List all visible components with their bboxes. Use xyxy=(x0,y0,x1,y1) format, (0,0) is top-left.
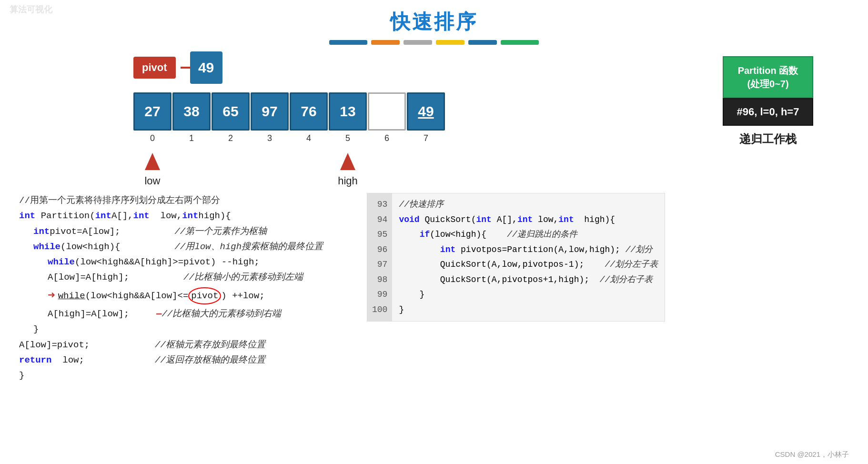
pivot-label: pivot xyxy=(133,57,176,79)
rcode-96: int pivotpos=Partition(A,low,high); //划分 xyxy=(399,242,658,258)
rcode-95: if(low<high){ //递归跳出的条件 xyxy=(399,227,658,242)
rcode-100: } xyxy=(399,303,658,318)
low-label: low xyxy=(144,175,160,187)
stack-green-line1: Partition 函数 xyxy=(738,65,798,76)
color-seg-5 xyxy=(468,40,497,45)
pivot-value-box: 49 xyxy=(190,51,222,84)
color-seg-2 xyxy=(371,40,400,45)
array-cell-4: 76 xyxy=(290,92,328,131)
line-numbers: 93 94 95 96 97 98 99 100 xyxy=(367,193,392,321)
arrows-row: low high xyxy=(133,153,367,187)
index-3: 3 xyxy=(251,133,289,143)
array-cell-3: 97 xyxy=(251,92,289,131)
stack-box-dark: #96, l=0, h=7 xyxy=(723,98,813,126)
arrow-indicator: ➜ xyxy=(48,285,55,306)
low-arrow-slot: low xyxy=(133,153,172,187)
color-seg-4 xyxy=(436,40,464,45)
high-arrow-slot: high xyxy=(329,153,367,187)
right-code-content: //快速排序 void QuickSort(int A[],int low,in… xyxy=(392,193,665,321)
stack-box-green: Partition 函数 (处理0~7) xyxy=(723,56,813,98)
code-line-1: int Partition(int A[],int low,int high){ xyxy=(19,208,367,223)
viz-area: pivot 49 27 38 65 97 76 13 49 0 1 2 3 4 … xyxy=(0,51,868,187)
rcode-99: } xyxy=(399,287,658,303)
left-code: //用第一个元素将待排序序列划分成左右两个部分 int Partition(in… xyxy=(14,193,367,383)
index-6: 6 xyxy=(368,133,406,143)
code-line-2: int pivot=A[low]; //第一个元素作为枢轴 xyxy=(19,224,367,239)
code-line-9: A[low]=pivot; //枢轴元素存放到最终位置 xyxy=(19,337,367,353)
index-1: 1 xyxy=(172,133,211,143)
index-7: 7 xyxy=(407,133,445,143)
rcode-94: void QuickSort(int A[],int low,int high)… xyxy=(399,212,658,228)
code-line-11: } xyxy=(19,368,367,383)
code-comment-line: //用第一个元素将待排序序列划分成左右两个部分 xyxy=(19,193,367,208)
array-cell-5: 13 xyxy=(329,92,367,131)
array-cell-7: 49 xyxy=(407,92,445,131)
rcode-93: //快速排序 xyxy=(399,197,658,212)
pivot-arrow-connector xyxy=(181,67,190,69)
color-seg-6 xyxy=(501,40,539,45)
stack-title: 递归工作栈 xyxy=(739,131,797,147)
color-bar xyxy=(0,40,868,45)
code-area: //用第一个元素将待排序序列划分成左右两个部分 int Partition(in… xyxy=(0,187,868,383)
array-cell-0: 27 xyxy=(133,92,172,131)
rcode-98: QuickSort(A,pivotpos+1,high); //划分右子表 xyxy=(399,272,658,288)
stack-green-line2: (处理0~7) xyxy=(747,79,788,89)
right-stack: Partition 函数 (处理0~7) #96, l=0, h=7 递归工作栈 xyxy=(711,56,825,147)
code-line-3: while(low<high){ //用low、high搜索枢轴的最终位置 xyxy=(19,239,367,254)
index-0: 0 xyxy=(133,133,172,143)
code-line-7: A[high]=A[low]; — //比枢轴大的元素移动到右端 xyxy=(19,306,367,322)
code-line-8: } xyxy=(19,322,367,337)
index-4: 4 xyxy=(290,133,328,143)
code-line-6: ➜ while(low<high&&A[low]<=pivot) ++low; xyxy=(19,285,367,306)
left-viz: pivot 49 27 38 65 97 76 13 49 0 1 2 3 4 … xyxy=(29,51,711,187)
watermark: CSDN @2021，小林子 xyxy=(775,450,849,459)
code-line-10: return low; //返回存放枢轴的最终位置 xyxy=(19,353,367,368)
array-cell-6 xyxy=(368,92,406,131)
index-2: 2 xyxy=(212,133,250,143)
color-seg-1 xyxy=(329,40,367,45)
pivot-row: pivot 49 xyxy=(133,51,222,84)
index-row: 0 1 2 3 4 5 6 7 xyxy=(133,133,445,143)
page-title: 快速排序 xyxy=(0,0,868,40)
array-row: 27 38 65 97 76 13 49 xyxy=(133,92,445,131)
array-cell-2: 65 xyxy=(212,92,250,131)
top-watermark: 算法可视化 xyxy=(10,4,52,15)
code-line-5: A[low]=A[high]; //比枢轴小的元素移动到左端 xyxy=(19,270,367,285)
low-arrow-up xyxy=(145,153,160,170)
code-line-4: while(low<high&&A[high]>=pivot) --high; xyxy=(19,254,367,270)
high-arrow-up xyxy=(340,153,355,170)
index-5: 5 xyxy=(329,133,367,143)
right-code-container: 93 94 95 96 97 98 99 100 //快速排序 void Qui… xyxy=(367,193,665,322)
rcode-97: QuickSort(A,low,pivotpos-1); //划分左子表 xyxy=(399,257,658,272)
array-cell-1: 38 xyxy=(172,92,211,131)
high-label: high xyxy=(338,175,358,187)
color-seg-3 xyxy=(404,40,432,45)
